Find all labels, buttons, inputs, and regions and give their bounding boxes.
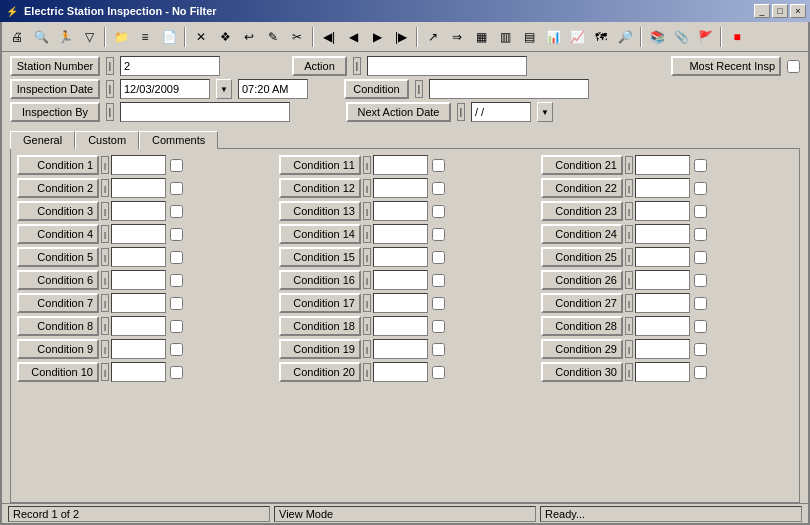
graph-button[interactable]: 📈: [566, 26, 588, 48]
condition-input-26[interactable]: [635, 270, 690, 290]
condition-input-5[interactable]: [111, 247, 166, 267]
filter-button[interactable]: ▽: [78, 26, 100, 48]
attach-button[interactable]: 📎: [670, 26, 692, 48]
condition-checkbox-13[interactable]: [432, 205, 445, 218]
condition-input-11[interactable]: [373, 155, 428, 175]
condition-input-28[interactable]: [635, 316, 690, 336]
grid3-button[interactable]: ▤: [518, 26, 540, 48]
condition-input-3[interactable]: [111, 201, 166, 221]
minimize-button[interactable]: _: [754, 4, 770, 18]
condition-input-4[interactable]: [111, 224, 166, 244]
condition-checkbox-28[interactable]: [694, 320, 707, 333]
condition-input-21[interactable]: [635, 155, 690, 175]
condition-checkbox-14[interactable]: [432, 228, 445, 241]
nav-prev-button[interactable]: ◀: [342, 26, 364, 48]
book-button[interactable]: 📚: [646, 26, 668, 48]
inspection-by-input[interactable]: [120, 102, 290, 122]
condition-checkbox-15[interactable]: [432, 251, 445, 264]
print-button[interactable]: 🖨: [6, 26, 28, 48]
window-controls[interactable]: _ □ ×: [754, 4, 806, 18]
tab-general[interactable]: General: [10, 131, 75, 149]
condition-checkbox-7[interactable]: [170, 297, 183, 310]
condition-input-16[interactable]: [373, 270, 428, 290]
condition-input-20[interactable]: [373, 362, 428, 382]
chart-button[interactable]: 📊: [542, 26, 564, 48]
condition-checkbox-11[interactable]: [432, 159, 445, 172]
condition-input-2[interactable]: [111, 178, 166, 198]
condition-checkbox-8[interactable]: [170, 320, 183, 333]
station-number-input[interactable]: [120, 56, 220, 76]
date-dropdown-button[interactable]: ▼: [216, 79, 232, 99]
condition-checkbox-10[interactable]: [170, 366, 183, 379]
condition-input-18[interactable]: [373, 316, 428, 336]
condition-input-30[interactable]: [635, 362, 690, 382]
condition-input-14[interactable]: [373, 224, 428, 244]
maximize-button[interactable]: □: [772, 4, 788, 18]
nav-last-button[interactable]: |▶: [390, 26, 412, 48]
inspection-date-input[interactable]: [120, 79, 210, 99]
delete-button[interactable]: ✕: [190, 26, 212, 48]
condition-input-1[interactable]: [111, 155, 166, 175]
condition-input-23[interactable]: [635, 201, 690, 221]
report-button[interactable]: 📄: [158, 26, 180, 48]
condition-checkbox-26[interactable]: [694, 274, 707, 287]
tab-custom[interactable]: Custom: [75, 131, 139, 149]
condition-input-6[interactable]: [111, 270, 166, 290]
edit-button[interactable]: ✎: [262, 26, 284, 48]
folder-button[interactable]: 📁: [110, 26, 132, 48]
tab-comments[interactable]: Comments: [139, 131, 218, 149]
condition-input-22[interactable]: [635, 178, 690, 198]
condition-checkbox-6[interactable]: [170, 274, 183, 287]
map-button[interactable]: 🗺: [590, 26, 612, 48]
next-action-dropdown-button[interactable]: ▼: [537, 102, 553, 122]
condition-checkbox-17[interactable]: [432, 297, 445, 310]
inspection-time-input[interactable]: [238, 79, 308, 99]
jump-button[interactable]: ↗: [422, 26, 444, 48]
close-button[interactable]: ×: [790, 4, 806, 18]
condition-input-24[interactable]: [635, 224, 690, 244]
grid1-button[interactable]: ▦: [470, 26, 492, 48]
condition-input-29[interactable]: [635, 339, 690, 359]
grid2-button[interactable]: ▥: [494, 26, 516, 48]
condition-checkbox-12[interactable]: [432, 182, 445, 195]
search2-button[interactable]: 🔎: [614, 26, 636, 48]
condition-checkbox-5[interactable]: [170, 251, 183, 264]
condition-input[interactable]: [429, 79, 589, 99]
nav-next-button[interactable]: ▶: [366, 26, 388, 48]
cut-button[interactable]: ✂: [286, 26, 308, 48]
condition-checkbox-4[interactable]: [170, 228, 183, 241]
condition-input-12[interactable]: [373, 178, 428, 198]
condition-input-8[interactable]: [111, 316, 166, 336]
condition-input-10[interactable]: [111, 362, 166, 382]
condition-checkbox-16[interactable]: [432, 274, 445, 287]
condition-checkbox-20[interactable]: [432, 366, 445, 379]
condition-checkbox-9[interactable]: [170, 343, 183, 356]
condition-input-17[interactable]: [373, 293, 428, 313]
condition-checkbox-3[interactable]: [170, 205, 183, 218]
condition-input-19[interactable]: [373, 339, 428, 359]
undo-button[interactable]: ↩: [238, 26, 260, 48]
condition-checkbox-30[interactable]: [694, 366, 707, 379]
stop-button[interactable]: ■: [726, 26, 748, 48]
condition-input-27[interactable]: [635, 293, 690, 313]
next-action-date-input[interactable]: [471, 102, 531, 122]
condition-checkbox-2[interactable]: [170, 182, 183, 195]
condition-checkbox-22[interactable]: [694, 182, 707, 195]
condition-checkbox-23[interactable]: [694, 205, 707, 218]
condition-input-9[interactable]: [111, 339, 166, 359]
condition-checkbox-27[interactable]: [694, 297, 707, 310]
action-input[interactable]: [367, 56, 527, 76]
most-recent-insp-checkbox[interactable]: [787, 60, 800, 73]
condition-checkbox-1[interactable]: [170, 159, 183, 172]
export-button[interactable]: ⇒: [446, 26, 468, 48]
flag-button[interactable]: 🚩: [694, 26, 716, 48]
condition-checkbox-24[interactable]: [694, 228, 707, 241]
condition-input-13[interactable]: [373, 201, 428, 221]
list-button[interactable]: ≡: [134, 26, 156, 48]
condition-input-7[interactable]: [111, 293, 166, 313]
condition-input-25[interactable]: [635, 247, 690, 267]
condition-checkbox-29[interactable]: [694, 343, 707, 356]
condition-checkbox-25[interactable]: [694, 251, 707, 264]
condition-checkbox-21[interactable]: [694, 159, 707, 172]
condition-input-15[interactable]: [373, 247, 428, 267]
